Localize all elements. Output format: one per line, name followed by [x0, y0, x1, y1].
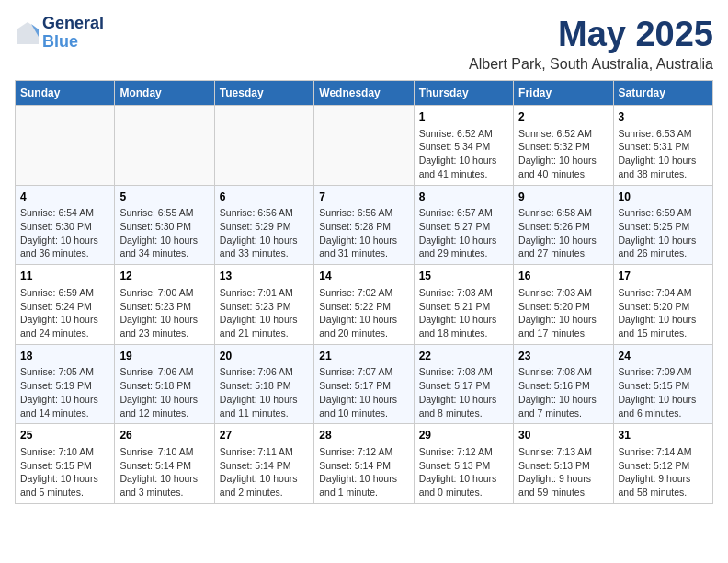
column-header-wednesday: Wednesday	[314, 81, 414, 106]
calendar-cell: 15Sunrise: 7:03 AM Sunset: 5:21 PM Dayli…	[414, 265, 513, 345]
day-info: Sunrise: 6:53 AM Sunset: 5:31 PM Dayligh…	[619, 127, 708, 181]
calendar-cell: 4Sunrise: 6:54 AM Sunset: 5:30 PM Daylig…	[16, 185, 115, 265]
calendar-cell: 6Sunrise: 6:56 AM Sunset: 5:29 PM Daylig…	[214, 185, 313, 265]
day-info: Sunrise: 7:08 AM Sunset: 5:17 PM Dayligh…	[419, 365, 508, 419]
day-info: Sunrise: 7:03 AM Sunset: 5:20 PM Dayligh…	[518, 286, 608, 340]
calendar-week-row: 11Sunrise: 6:59 AM Sunset: 5:24 PM Dayli…	[16, 265, 713, 345]
day-number: 12	[119, 269, 209, 284]
calendar-cell: 8Sunrise: 6:57 AM Sunset: 5:27 PM Daylig…	[414, 185, 513, 265]
calendar-cell: 17Sunrise: 7:04 AM Sunset: 5:20 PM Dayli…	[613, 265, 712, 345]
day-info: Sunrise: 6:56 AM Sunset: 5:28 PM Dayligh…	[319, 206, 408, 260]
calendar-cell: 24Sunrise: 7:09 AM Sunset: 5:15 PM Dayli…	[613, 344, 712, 424]
calendar-cell	[16, 106, 115, 186]
logo-text: GeneralBlue	[42, 15, 104, 52]
calendar-cell: 9Sunrise: 6:58 AM Sunset: 5:26 PM Daylig…	[514, 185, 613, 265]
day-number: 8	[419, 190, 508, 205]
calendar-cell: 31Sunrise: 7:14 AM Sunset: 5:12 PM Dayli…	[613, 424, 712, 504]
day-info: Sunrise: 7:09 AM Sunset: 5:15 PM Dayligh…	[619, 365, 708, 419]
column-header-monday: Monday	[115, 81, 214, 106]
day-number: 29	[419, 428, 508, 443]
day-number: 22	[419, 349, 508, 364]
calendar-table: SundayMondayTuesdayWednesdayThursdayFrid…	[15, 80, 713, 504]
day-number: 5	[119, 190, 209, 205]
title-area: May 2025 Albert Park, South Australia, A…	[469, 15, 713, 73]
calendar-cell: 5Sunrise: 6:55 AM Sunset: 5:30 PM Daylig…	[115, 185, 214, 265]
calendar-cell: 30Sunrise: 7:13 AM Sunset: 5:13 PM Dayli…	[514, 424, 613, 504]
day-number: 19	[119, 349, 209, 364]
day-info: Sunrise: 7:05 AM Sunset: 5:19 PM Dayligh…	[20, 365, 109, 419]
column-header-thursday: Thursday	[414, 81, 513, 106]
calendar-cell: 1Sunrise: 6:52 AM Sunset: 5:34 PM Daylig…	[414, 106, 513, 186]
day-info: Sunrise: 7:03 AM Sunset: 5:21 PM Dayligh…	[419, 286, 508, 340]
calendar-cell: 20Sunrise: 7:06 AM Sunset: 5:18 PM Dayli…	[214, 344, 313, 424]
day-info: Sunrise: 7:06 AM Sunset: 5:18 PM Dayligh…	[119, 365, 209, 419]
day-number: 3	[619, 109, 708, 125]
day-number: 11	[20, 269, 109, 284]
column-header-sunday: Sunday	[16, 81, 115, 106]
calendar-header-row: SundayMondayTuesdayWednesdayThursdayFrid…	[16, 81, 713, 106]
calendar-cell	[214, 106, 313, 186]
day-info: Sunrise: 7:12 AM Sunset: 5:14 PM Dayligh…	[319, 445, 408, 500]
day-info: Sunrise: 6:58 AM Sunset: 5:26 PM Dayligh…	[518, 206, 608, 260]
calendar-cell: 27Sunrise: 7:11 AM Sunset: 5:14 PM Dayli…	[214, 424, 313, 504]
logo-icon	[15, 20, 40, 46]
day-number: 18	[20, 349, 109, 364]
column-header-tuesday: Tuesday	[214, 81, 313, 106]
calendar-cell	[115, 106, 214, 186]
calendar-week-row: 18Sunrise: 7:05 AM Sunset: 5:19 PM Dayli…	[16, 344, 713, 424]
day-info: Sunrise: 7:10 AM Sunset: 5:14 PM Dayligh…	[119, 445, 209, 500]
day-info: Sunrise: 7:02 AM Sunset: 5:22 PM Dayligh…	[319, 286, 408, 340]
calendar-cell: 13Sunrise: 7:01 AM Sunset: 5:23 PM Dayli…	[214, 265, 313, 345]
day-info: Sunrise: 6:56 AM Sunset: 5:29 PM Dayligh…	[220, 206, 309, 260]
day-number: 14	[319, 269, 408, 284]
calendar-cell: 18Sunrise: 7:05 AM Sunset: 5:19 PM Dayli…	[16, 344, 115, 424]
day-info: Sunrise: 7:10 AM Sunset: 5:15 PM Dayligh…	[20, 445, 109, 500]
column-header-friday: Friday	[514, 81, 613, 106]
page-header: GeneralBlue May 2025 Albert Park, South …	[15, 15, 713, 73]
calendar-cell: 10Sunrise: 6:59 AM Sunset: 5:25 PM Dayli…	[613, 185, 712, 265]
day-info: Sunrise: 7:13 AM Sunset: 5:13 PM Dayligh…	[518, 445, 608, 500]
day-info: Sunrise: 7:06 AM Sunset: 5:18 PM Dayligh…	[220, 365, 309, 419]
day-number: 30	[518, 428, 608, 443]
day-number: 7	[319, 190, 408, 205]
logo: GeneralBlue	[15, 15, 104, 52]
day-number: 21	[319, 349, 408, 364]
day-number: 27	[220, 428, 309, 443]
day-number: 9	[518, 190, 608, 205]
day-number: 31	[619, 428, 708, 443]
day-info: Sunrise: 7:01 AM Sunset: 5:23 PM Dayligh…	[220, 286, 309, 340]
calendar-cell: 29Sunrise: 7:12 AM Sunset: 5:13 PM Dayli…	[414, 424, 513, 504]
day-number: 2	[518, 109, 608, 125]
day-number: 23	[518, 349, 608, 364]
day-number: 1	[419, 109, 508, 125]
day-number: 6	[220, 190, 309, 205]
svg-marker-1	[17, 22, 39, 44]
day-number: 17	[619, 269, 708, 284]
day-info: Sunrise: 7:14 AM Sunset: 5:12 PM Dayligh…	[619, 445, 708, 500]
day-info: Sunrise: 6:52 AM Sunset: 5:32 PM Dayligh…	[518, 127, 608, 181]
calendar-cell: 3Sunrise: 6:53 AM Sunset: 5:31 PM Daylig…	[613, 106, 712, 186]
day-number: 10	[619, 190, 708, 205]
day-info: Sunrise: 7:04 AM Sunset: 5:20 PM Dayligh…	[619, 286, 708, 340]
calendar-cell: 7Sunrise: 6:56 AM Sunset: 5:28 PM Daylig…	[314, 185, 414, 265]
day-info: Sunrise: 7:08 AM Sunset: 5:16 PM Dayligh…	[518, 365, 608, 419]
calendar-cell: 21Sunrise: 7:07 AM Sunset: 5:17 PM Dayli…	[314, 344, 414, 424]
day-info: Sunrise: 6:54 AM Sunset: 5:30 PM Dayligh…	[20, 206, 109, 260]
day-number: 20	[220, 349, 309, 364]
calendar-cell: 22Sunrise: 7:08 AM Sunset: 5:17 PM Dayli…	[414, 344, 513, 424]
day-info: Sunrise: 6:55 AM Sunset: 5:30 PM Dayligh…	[119, 206, 209, 260]
calendar-cell	[314, 106, 414, 186]
day-info: Sunrise: 7:07 AM Sunset: 5:17 PM Dayligh…	[319, 365, 408, 419]
day-info: Sunrise: 7:11 AM Sunset: 5:14 PM Dayligh…	[220, 445, 309, 500]
day-number: 25	[20, 428, 109, 443]
day-info: Sunrise: 6:57 AM Sunset: 5:27 PM Dayligh…	[419, 206, 508, 260]
calendar-cell: 14Sunrise: 7:02 AM Sunset: 5:22 PM Dayli…	[314, 265, 414, 345]
day-info: Sunrise: 6:52 AM Sunset: 5:34 PM Dayligh…	[419, 127, 508, 181]
day-info: Sunrise: 7:12 AM Sunset: 5:13 PM Dayligh…	[419, 445, 508, 500]
calendar-week-row: 25Sunrise: 7:10 AM Sunset: 5:15 PM Dayli…	[16, 424, 713, 504]
calendar-cell: 28Sunrise: 7:12 AM Sunset: 5:14 PM Dayli…	[314, 424, 414, 504]
day-number: 28	[319, 428, 408, 443]
day-number: 16	[518, 269, 608, 284]
location-subtitle: Albert Park, South Australia, Australia	[469, 56, 713, 73]
calendar-cell: 19Sunrise: 7:06 AM Sunset: 5:18 PM Dayli…	[115, 344, 214, 424]
